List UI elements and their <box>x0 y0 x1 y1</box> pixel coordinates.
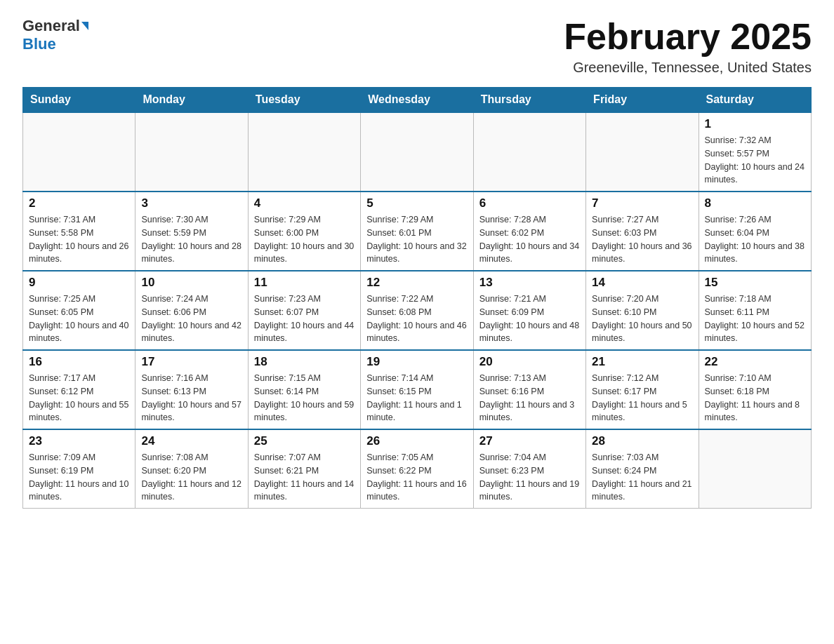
weekday-header-wednesday: Wednesday <box>361 88 473 113</box>
day-number: 8 <box>705 196 805 210</box>
page-header: General Blue February 2025 Greeneville, … <box>22 17 812 76</box>
calendar-cell: 1Sunrise: 7:32 AMSunset: 5:57 PMDaylight… <box>699 112 811 192</box>
day-info: Sunrise: 7:25 AMSunset: 6:05 PMDaylight:… <box>29 293 129 345</box>
calendar-cell: 15Sunrise: 7:18 AMSunset: 6:11 PMDayligh… <box>699 271 811 350</box>
weekday-header-sunday: Sunday <box>23 88 135 113</box>
day-info: Sunrise: 7:08 AMSunset: 6:20 PMDaylight:… <box>141 451 241 504</box>
day-info: Sunrise: 7:05 AMSunset: 6:22 PMDaylight:… <box>366 451 467 504</box>
weekday-header-saturday: Saturday <box>699 88 811 113</box>
day-number: 2 <box>29 196 129 210</box>
day-info: Sunrise: 7:26 AMSunset: 6:04 PMDaylight:… <box>705 213 805 266</box>
day-number: 27 <box>479 434 580 448</box>
calendar-cell <box>135 112 248 192</box>
calendar-cell <box>23 112 135 192</box>
weekday-header-friday: Friday <box>586 88 699 113</box>
calendar-cell: 26Sunrise: 7:05 AMSunset: 6:22 PMDayligh… <box>361 429 473 509</box>
week-row-1: 1Sunrise: 7:32 AMSunset: 5:57 PMDaylight… <box>23 112 812 192</box>
day-info: Sunrise: 7:15 AMSunset: 6:14 PMDaylight:… <box>254 372 355 424</box>
day-number: 1 <box>705 117 805 131</box>
day-info: Sunrise: 7:28 AMSunset: 6:02 PMDaylight:… <box>479 213 580 266</box>
day-info: Sunrise: 7:31 AMSunset: 5:58 PMDaylight:… <box>29 213 129 266</box>
calendar-cell: 8Sunrise: 7:26 AMSunset: 6:04 PMDaylight… <box>699 192 811 271</box>
calendar-cell: 13Sunrise: 7:21 AMSunset: 6:09 PMDayligh… <box>473 271 585 350</box>
day-info: Sunrise: 7:20 AMSunset: 6:10 PMDaylight:… <box>592 293 692 345</box>
logo: General Blue <box>22 17 90 53</box>
month-title: February 2025 <box>564 17 812 57</box>
day-info: Sunrise: 7:21 AMSunset: 6:09 PMDaylight:… <box>479 293 580 345</box>
day-info: Sunrise: 7:32 AMSunset: 5:57 PMDaylight:… <box>705 134 805 187</box>
logo-arrow-icon <box>81 22 88 30</box>
day-number: 14 <box>592 276 692 290</box>
calendar-cell: 21Sunrise: 7:12 AMSunset: 6:17 PMDayligh… <box>586 350 699 429</box>
calendar-cell <box>699 429 811 509</box>
weekday-header-tuesday: Tuesday <box>248 88 360 113</box>
day-info: Sunrise: 7:13 AMSunset: 6:16 PMDaylight:… <box>479 372 580 424</box>
day-info: Sunrise: 7:12 AMSunset: 6:17 PMDaylight:… <box>592 372 692 424</box>
calendar-cell: 9Sunrise: 7:25 AMSunset: 6:05 PMDaylight… <box>23 271 135 350</box>
day-number: 15 <box>705 276 805 290</box>
calendar-cell: 10Sunrise: 7:24 AMSunset: 6:06 PMDayligh… <box>135 271 248 350</box>
day-number: 21 <box>592 355 692 369</box>
week-row-2: 2Sunrise: 7:31 AMSunset: 5:58 PMDaylight… <box>23 192 812 271</box>
weekday-header-thursday: Thursday <box>473 88 585 113</box>
day-info: Sunrise: 7:18 AMSunset: 6:11 PMDaylight:… <box>705 293 805 345</box>
day-number: 23 <box>29 434 129 448</box>
day-number: 13 <box>479 276 580 290</box>
calendar-cell <box>473 112 585 192</box>
calendar-cell: 18Sunrise: 7:15 AMSunset: 6:14 PMDayligh… <box>248 350 360 429</box>
day-number: 25 <box>254 434 355 448</box>
day-number: 12 <box>366 276 467 290</box>
day-info: Sunrise: 7:24 AMSunset: 6:06 PMDaylight:… <box>141 293 241 345</box>
day-info: Sunrise: 7:09 AMSunset: 6:19 PMDaylight:… <box>29 451 129 504</box>
day-number: 11 <box>254 276 355 290</box>
calendar-cell: 2Sunrise: 7:31 AMSunset: 5:58 PMDaylight… <box>23 192 135 271</box>
day-number: 20 <box>479 355 580 369</box>
calendar-cell: 25Sunrise: 7:07 AMSunset: 6:21 PMDayligh… <box>248 429 360 509</box>
calendar-cell: 6Sunrise: 7:28 AMSunset: 6:02 PMDaylight… <box>473 192 585 271</box>
calendar-cell: 28Sunrise: 7:03 AMSunset: 6:24 PMDayligh… <box>586 429 699 509</box>
calendar-cell: 16Sunrise: 7:17 AMSunset: 6:12 PMDayligh… <box>23 350 135 429</box>
day-info: Sunrise: 7:23 AMSunset: 6:07 PMDaylight:… <box>254 293 355 345</box>
day-info: Sunrise: 7:17 AMSunset: 6:12 PMDaylight:… <box>29 372 129 424</box>
calendar-cell: 17Sunrise: 7:16 AMSunset: 6:13 PMDayligh… <box>135 350 248 429</box>
calendar-cell: 12Sunrise: 7:22 AMSunset: 6:08 PMDayligh… <box>361 271 473 350</box>
calendar-cell: 5Sunrise: 7:29 AMSunset: 6:01 PMDaylight… <box>361 192 473 271</box>
logo-general-text: General <box>22 17 80 35</box>
day-info: Sunrise: 7:29 AMSunset: 6:00 PMDaylight:… <box>254 213 355 266</box>
day-number: 17 <box>141 355 241 369</box>
day-info: Sunrise: 7:22 AMSunset: 6:08 PMDaylight:… <box>366 293 467 345</box>
day-info: Sunrise: 7:30 AMSunset: 5:59 PMDaylight:… <box>141 213 241 266</box>
day-number: 18 <box>254 355 355 369</box>
day-number: 6 <box>479 196 580 210</box>
day-number: 4 <box>254 196 355 210</box>
day-number: 24 <box>141 434 241 448</box>
calendar-header-row: SundayMondayTuesdayWednesdayThursdayFrid… <box>23 88 812 113</box>
weekday-header-monday: Monday <box>135 88 248 113</box>
day-number: 9 <box>29 276 129 290</box>
calendar-cell: 7Sunrise: 7:27 AMSunset: 6:03 PMDaylight… <box>586 192 699 271</box>
calendar-cell: 11Sunrise: 7:23 AMSunset: 6:07 PMDayligh… <box>248 271 360 350</box>
location: Greeneville, Tennessee, United States <box>564 60 812 76</box>
calendar-cell: 20Sunrise: 7:13 AMSunset: 6:16 PMDayligh… <box>473 350 585 429</box>
calendar-cell: 19Sunrise: 7:14 AMSunset: 6:15 PMDayligh… <box>361 350 473 429</box>
day-number: 16 <box>29 355 129 369</box>
week-row-3: 9Sunrise: 7:25 AMSunset: 6:05 PMDaylight… <box>23 271 812 350</box>
calendar-cell: 14Sunrise: 7:20 AMSunset: 6:10 PMDayligh… <box>586 271 699 350</box>
day-info: Sunrise: 7:10 AMSunset: 6:18 PMDaylight:… <box>705 372 805 424</box>
day-info: Sunrise: 7:04 AMSunset: 6:23 PMDaylight:… <box>479 451 580 504</box>
day-number: 7 <box>592 196 692 210</box>
day-number: 10 <box>141 276 241 290</box>
calendar-cell: 24Sunrise: 7:08 AMSunset: 6:20 PMDayligh… <box>135 429 248 509</box>
day-info: Sunrise: 7:03 AMSunset: 6:24 PMDaylight:… <box>592 451 692 504</box>
calendar-cell <box>248 112 360 192</box>
calendar-table: SundayMondayTuesdayWednesdayThursdayFrid… <box>22 87 812 509</box>
calendar-cell <box>586 112 699 192</box>
calendar-cell: 4Sunrise: 7:29 AMSunset: 6:00 PMDaylight… <box>248 192 360 271</box>
title-area: February 2025 Greeneville, Tennessee, Un… <box>564 17 812 76</box>
day-number: 28 <box>592 434 692 448</box>
calendar-cell: 22Sunrise: 7:10 AMSunset: 6:18 PMDayligh… <box>699 350 811 429</box>
day-info: Sunrise: 7:29 AMSunset: 6:01 PMDaylight:… <box>366 213 467 266</box>
day-info: Sunrise: 7:27 AMSunset: 6:03 PMDaylight:… <box>592 213 692 266</box>
week-row-5: 23Sunrise: 7:09 AMSunset: 6:19 PMDayligh… <box>23 429 812 509</box>
day-number: 22 <box>705 355 805 369</box>
